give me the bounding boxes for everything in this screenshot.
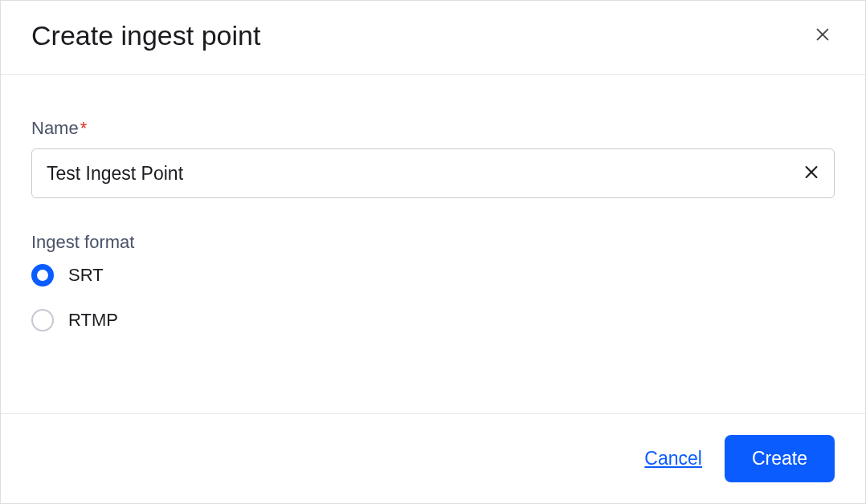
cancel-button[interactable]: Cancel: [644, 445, 702, 473]
close-icon: [814, 26, 831, 46]
name-label: Name*: [31, 118, 835, 139]
required-indicator: *: [80, 118, 88, 138]
create-button[interactable]: Create: [725, 435, 835, 482]
radio-label: RTMP: [68, 310, 118, 331]
create-ingest-point-dialog: Create ingest point Name*: [0, 0, 866, 504]
radio-label: SRT: [68, 265, 104, 286]
dialog-header: Create ingest point: [1, 1, 865, 75]
name-input[interactable]: [31, 148, 835, 198]
ingest-format-radio-group: SRT RTMP: [31, 264, 835, 331]
name-field: Name*: [31, 118, 835, 198]
dialog-body: Name* Ingest format: [1, 75, 865, 413]
ingest-format-field: Ingest format SRT RTMP: [31, 232, 835, 331]
radio-icon: [31, 309, 54, 331]
radio-icon: [31, 264, 54, 287]
close-button[interactable]: [811, 22, 835, 49]
ingest-format-option-rtmp[interactable]: RTMP: [31, 309, 835, 331]
dialog-title: Create ingest point: [31, 20, 260, 51]
ingest-format-option-srt[interactable]: SRT: [31, 264, 835, 287]
clear-name-button[interactable]: [798, 159, 825, 189]
ingest-format-label: Ingest format: [31, 232, 835, 253]
clear-icon: [803, 164, 820, 184]
name-label-text: Name: [31, 118, 79, 138]
dialog-footer: Cancel Create: [1, 413, 865, 503]
name-input-wrap: [31, 148, 835, 198]
